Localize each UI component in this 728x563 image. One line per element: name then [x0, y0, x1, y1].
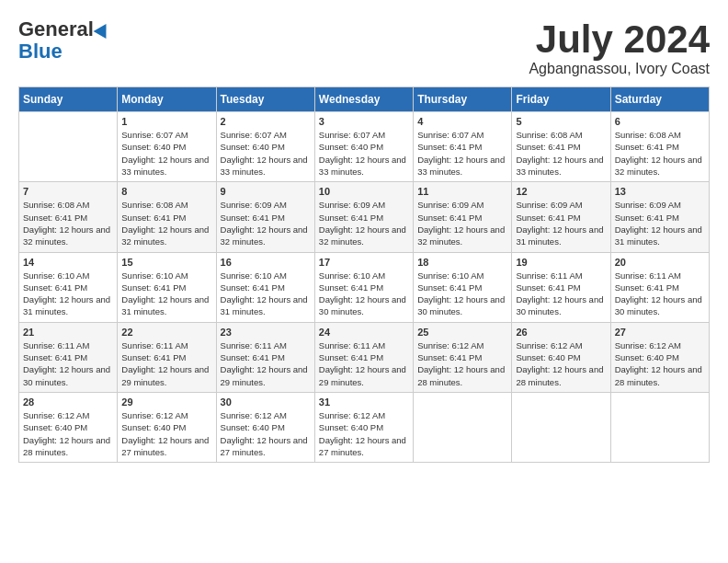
day-number: 11 [417, 186, 507, 197]
logo-text-general: General [18, 18, 94, 40]
calendar-cell: 8 Sunrise: 6:08 AMSunset: 6:41 PMDayligh… [118, 182, 216, 252]
day-number: 30 [221, 396, 311, 408]
calendar-cell: 28 Sunrise: 6:12 AMSunset: 6:40 PMDaylig… [19, 392, 118, 462]
calendar-cell: 5 Sunrise: 6:08 AMSunset: 6:41 PMDayligh… [512, 112, 610, 182]
day-info: Sunrise: 6:07 AMSunset: 6:40 PMDaylight:… [121, 129, 211, 178]
calendar-cell: 19 Sunrise: 6:11 AMSunset: 6:41 PMDaylig… [512, 252, 610, 322]
day-number: 12 [516, 186, 606, 197]
day-number: 19 [516, 257, 606, 268]
day-info: Sunrise: 6:12 AMSunset: 6:40 PMDaylight:… [221, 409, 311, 458]
calendar-cell: 29 Sunrise: 6:12 AMSunset: 6:40 PMDaylig… [118, 392, 216, 462]
day-number: 31 [319, 396, 409, 408]
calendar-cell: 17 Sunrise: 6:10 AMSunset: 6:41 PMDaylig… [314, 252, 413, 322]
calendar-cell [512, 392, 610, 462]
day-info: Sunrise: 6:11 AMSunset: 6:41 PMDaylight:… [23, 339, 113, 388]
location: Agbangnassou, Ivory Coast [529, 61, 710, 77]
day-info: Sunrise: 6:09 AMSunset: 6:41 PMDaylight:… [319, 199, 409, 247]
day-number: 7 [23, 186, 113, 197]
calendar-cell: 26 Sunrise: 6:12 AMSunset: 6:40 PMDaylig… [512, 322, 610, 392]
day-number: 18 [417, 257, 507, 268]
calendar-cell: 24 Sunrise: 6:11 AMSunset: 6:41 PMDaylig… [314, 322, 413, 392]
day-number: 8 [121, 186, 211, 197]
day-of-week-header: Saturday [610, 87, 709, 112]
calendar-cell: 12 Sunrise: 6:09 AMSunset: 6:41 PMDaylig… [512, 182, 610, 252]
calendar-week-row: 14 Sunrise: 6:10 AMSunset: 6:41 PMDaylig… [19, 252, 710, 322]
calendar-cell: 25 Sunrise: 6:12 AMSunset: 6:41 PMDaylig… [414, 322, 512, 392]
day-of-week-header: Friday [512, 87, 610, 112]
calendar-header-row: SundayMondayTuesdayWednesdayThursdayFrid… [19, 87, 710, 112]
calendar-cell: 3 Sunrise: 6:07 AMSunset: 6:40 PMDayligh… [314, 112, 413, 182]
calendar-cell: 18 Sunrise: 6:10 AMSunset: 6:41 PMDaylig… [414, 252, 512, 322]
day-info: Sunrise: 6:10 AMSunset: 6:41 PMDaylight:… [319, 270, 409, 318]
day-number: 9 [221, 186, 311, 197]
calendar-week-row: 1 Sunrise: 6:07 AMSunset: 6:40 PMDayligh… [19, 112, 710, 182]
day-info: Sunrise: 6:09 AMSunset: 6:41 PMDaylight:… [516, 199, 606, 247]
logo-text-blue: Blue [18, 40, 63, 63]
calendar-week-row: 21 Sunrise: 6:11 AMSunset: 6:41 PMDaylig… [19, 322, 710, 392]
day-number: 16 [221, 257, 311, 268]
calendar-cell: 7 Sunrise: 6:08 AMSunset: 6:41 PMDayligh… [19, 182, 118, 252]
day-info: Sunrise: 6:11 AMSunset: 6:41 PMDaylight:… [121, 339, 211, 388]
day-number: 24 [319, 327, 409, 338]
day-info: Sunrise: 6:10 AMSunset: 6:41 PMDaylight:… [221, 270, 311, 318]
title-block: July 2024 Agbangnassou, Ivory Coast [529, 18, 710, 77]
day-info: Sunrise: 6:12 AMSunset: 6:40 PMDaylight:… [615, 339, 705, 388]
day-number: 28 [23, 396, 113, 408]
day-of-week-header: Sunday [19, 87, 118, 112]
day-number: 4 [417, 116, 507, 127]
calendar-cell [19, 112, 118, 182]
day-info: Sunrise: 6:09 AMSunset: 6:41 PMDaylight:… [417, 199, 507, 247]
calendar-cell: 31 Sunrise: 6:12 AMSunset: 6:40 PMDaylig… [314, 392, 413, 462]
calendar-cell: 22 Sunrise: 6:11 AMSunset: 6:41 PMDaylig… [118, 322, 216, 392]
day-number: 26 [516, 327, 606, 338]
day-info: Sunrise: 6:09 AMSunset: 6:41 PMDaylight:… [615, 199, 705, 247]
calendar-cell: 14 Sunrise: 6:10 AMSunset: 6:41 PMDaylig… [19, 252, 118, 322]
calendar-cell [414, 392, 512, 462]
day-info: Sunrise: 6:10 AMSunset: 6:41 PMDaylight:… [121, 270, 211, 318]
calendar-cell: 30 Sunrise: 6:12 AMSunset: 6:40 PMDaylig… [216, 392, 314, 462]
logo: General Blue [18, 18, 110, 63]
day-number: 23 [221, 327, 311, 338]
day-info: Sunrise: 6:12 AMSunset: 6:41 PMDaylight:… [417, 339, 507, 388]
calendar-cell: 11 Sunrise: 6:09 AMSunset: 6:41 PMDaylig… [414, 182, 512, 252]
calendar-cell: 15 Sunrise: 6:10 AMSunset: 6:41 PMDaylig… [118, 252, 216, 322]
calendar-cell: 1 Sunrise: 6:07 AMSunset: 6:40 PMDayligh… [118, 112, 216, 182]
day-info: Sunrise: 6:09 AMSunset: 6:41 PMDaylight:… [221, 199, 311, 247]
day-number: 6 [615, 116, 705, 127]
calendar-cell: 27 Sunrise: 6:12 AMSunset: 6:40 PMDaylig… [610, 322, 709, 392]
day-of-week-header: Monday [118, 87, 216, 112]
day-number: 1 [121, 116, 211, 127]
calendar-week-row: 28 Sunrise: 6:12 AMSunset: 6:40 PMDaylig… [19, 392, 710, 462]
page-header: General Blue July 2024 Agbangnassou, Ivo… [18, 18, 710, 77]
calendar-cell: 4 Sunrise: 6:07 AMSunset: 6:41 PMDayligh… [414, 112, 512, 182]
day-info: Sunrise: 6:08 AMSunset: 6:41 PMDaylight:… [121, 199, 211, 247]
day-number: 20 [615, 257, 705, 268]
day-number: 29 [121, 396, 211, 408]
day-info: Sunrise: 6:12 AMSunset: 6:40 PMDaylight:… [516, 339, 606, 388]
day-number: 25 [417, 327, 507, 338]
calendar-cell: 13 Sunrise: 6:09 AMSunset: 6:41 PMDaylig… [610, 182, 709, 252]
day-info: Sunrise: 6:12 AMSunset: 6:40 PMDaylight:… [319, 409, 409, 458]
day-info: Sunrise: 6:08 AMSunset: 6:41 PMDaylight:… [23, 199, 113, 247]
day-info: Sunrise: 6:11 AMSunset: 6:41 PMDaylight:… [319, 339, 409, 388]
calendar-cell [610, 392, 709, 462]
day-number: 22 [121, 327, 211, 338]
logo-icon [94, 20, 113, 39]
day-info: Sunrise: 6:07 AMSunset: 6:40 PMDaylight:… [221, 129, 311, 178]
day-number: 13 [615, 186, 705, 197]
month-title: July 2024 [529, 18, 710, 61]
day-info: Sunrise: 6:10 AMSunset: 6:41 PMDaylight:… [23, 270, 113, 318]
day-of-week-header: Tuesday [216, 87, 314, 112]
calendar-cell: 6 Sunrise: 6:08 AMSunset: 6:41 PMDayligh… [610, 112, 709, 182]
day-of-week-header: Wednesday [314, 87, 413, 112]
day-info: Sunrise: 6:08 AMSunset: 6:41 PMDaylight:… [615, 129, 705, 178]
day-number: 21 [23, 327, 113, 338]
calendar-table: SundayMondayTuesdayWednesdayThursdayFrid… [18, 86, 710, 463]
day-info: Sunrise: 6:12 AMSunset: 6:40 PMDaylight:… [23, 409, 113, 458]
calendar-cell: 2 Sunrise: 6:07 AMSunset: 6:40 PMDayligh… [216, 112, 314, 182]
calendar-cell: 16 Sunrise: 6:10 AMSunset: 6:41 PMDaylig… [216, 252, 314, 322]
calendar-cell: 21 Sunrise: 6:11 AMSunset: 6:41 PMDaylig… [19, 322, 118, 392]
calendar-cell: 9 Sunrise: 6:09 AMSunset: 6:41 PMDayligh… [216, 182, 314, 252]
day-info: Sunrise: 6:11 AMSunset: 6:41 PMDaylight:… [221, 339, 311, 388]
day-info: Sunrise: 6:11 AMSunset: 6:41 PMDaylight:… [516, 270, 606, 318]
